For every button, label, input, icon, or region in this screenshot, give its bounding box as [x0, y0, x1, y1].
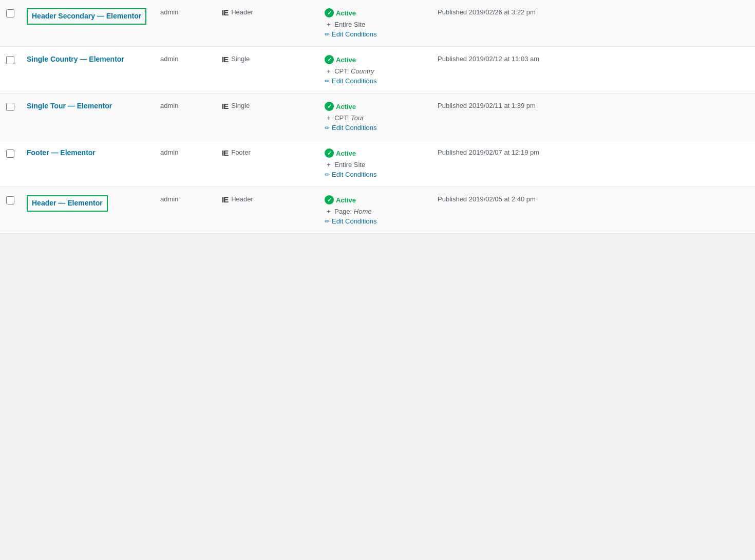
elementor-icon: IE [222, 195, 228, 204]
col-author: admin [160, 102, 222, 109]
col-type: IE Footer [222, 148, 325, 157]
table-row: Header Secondary — Elementor admin IE He… [0, 0, 755, 47]
row-checkbox[interactable] [6, 102, 27, 113]
pencil-icon: ✏ [325, 124, 330, 132]
col-title: Footer — Elementor [27, 148, 160, 157]
title-link[interactable]: Footer — Elementor [27, 148, 96, 157]
row-checkbox[interactable] [6, 148, 27, 159]
edit-conditions-label[interactable]: Edit Conditions [332, 77, 376, 85]
table-row: Single Tour — Elementor admin IE Single … [0, 94, 755, 140]
row-checkbox[interactable] [6, 8, 27, 19]
table-row: Header — Elementor admin IE Header Activ… [0, 187, 755, 234]
status-check-icon [325, 195, 334, 204]
condition-line: + Page: Home [325, 208, 438, 215]
col-date: Published 2019/02/05 at 2:40 pm [438, 195, 749, 203]
type-label: Single [231, 102, 250, 109]
date-text: Published 2019/02/05 at 2:40 pm [438, 195, 536, 203]
condition-line: + Entire Site [325, 161, 438, 169]
edit-conditions-label[interactable]: Edit Conditions [332, 171, 376, 178]
table-row: Footer — Elementor admin IE Footer Activ… [0, 140, 755, 187]
templates-table: Header Secondary — Elementor admin IE He… [0, 0, 755, 234]
status-check-icon [325, 8, 334, 17]
edit-conditions-label[interactable]: Edit Conditions [332, 30, 376, 38]
col-title: Single Tour — Elementor [27, 102, 160, 110]
status-active: Active [325, 8, 438, 17]
col-author: admin [160, 55, 222, 63]
condition-plus-icon: + [327, 208, 331, 215]
status-check-icon [325, 55, 334, 64]
type-label: Single [231, 55, 250, 63]
row-checkbox[interactable] [6, 195, 27, 206]
edit-conditions-button[interactable]: ✏ Edit Conditions [325, 77, 438, 85]
author-name: admin [160, 8, 178, 16]
status-active: Active [325, 55, 438, 64]
type-label: Header [231, 195, 253, 203]
condition-plus-icon: + [327, 161, 331, 169]
checkbox-input[interactable] [6, 196, 14, 204]
status-active: Active [325, 148, 438, 158]
condition-line: + CPT: Country [325, 67, 438, 75]
col-title: Header — Elementor [27, 195, 160, 212]
col-type: IE Single [222, 55, 325, 64]
elementor-icon: IE [222, 8, 228, 17]
type-label: Header [231, 8, 253, 16]
status-check-icon [325, 148, 334, 158]
col-author: admin [160, 8, 222, 16]
title-link[interactable]: Single Country — Elementor [27, 55, 124, 63]
col-title: Header Secondary — Elementor [27, 8, 160, 25]
status-check-icon [325, 102, 334, 111]
date-text: Published 2019/02/12 at 11:03 am [438, 55, 539, 63]
type-label: Footer [231, 148, 251, 156]
table-row: Single Country — Elementor admin IE Sing… [0, 47, 755, 94]
col-status: Active + CPT: Tour ✏ Edit Conditions [325, 102, 438, 132]
edit-conditions-button[interactable]: ✏ Edit Conditions [325, 217, 438, 225]
date-text: Published 2019/02/07 at 12:19 pm [438, 148, 539, 156]
edit-conditions-button[interactable]: ✏ Edit Conditions [325, 124, 438, 132]
col-author: admin [160, 148, 222, 156]
author-name: admin [160, 55, 178, 63]
col-date: Published 2019/02/12 at 11:03 am [438, 55, 749, 63]
author-name: admin [160, 195, 178, 203]
edit-conditions-label[interactable]: Edit Conditions [332, 124, 376, 132]
pencil-icon: ✏ [325, 78, 330, 85]
status-active: Active [325, 195, 438, 204]
author-name: admin [160, 102, 178, 109]
condition-plus-icon: + [327, 67, 331, 75]
col-status: Active + CPT: Country ✏ Edit Conditions [325, 55, 438, 85]
author-name: admin [160, 148, 178, 156]
checkbox-input[interactable] [6, 56, 14, 64]
col-type: IE Single [222, 102, 325, 110]
col-type: IE Header [222, 195, 325, 204]
status-label: Active [336, 56, 356, 64]
pencil-icon: ✏ [325, 31, 330, 38]
col-date: Published 2019/02/07 at 12:19 pm [438, 148, 749, 156]
status-label: Active [336, 103, 356, 110]
title-link[interactable]: Single Tour — Elementor [27, 102, 112, 110]
date-text: Published 2019/02/26 at 3:22 pm [438, 8, 536, 16]
elementor-icon: IE [222, 102, 228, 110]
checkbox-input[interactable] [6, 150, 14, 158]
col-author: admin [160, 195, 222, 203]
col-date: Published 2019/02/11 at 1:39 pm [438, 102, 749, 109]
col-status: Active + Entire Site ✏ Edit Conditions [325, 148, 438, 178]
status-active: Active [325, 102, 438, 111]
col-type: IE Header [222, 8, 325, 17]
condition-plus-icon: + [327, 114, 331, 122]
title-link[interactable]: Header — Elementor [27, 195, 108, 212]
row-checkbox[interactable] [6, 55, 27, 66]
edit-conditions-button[interactable]: ✏ Edit Conditions [325, 30, 438, 38]
status-label: Active [336, 150, 356, 157]
edit-conditions-button[interactable]: ✏ Edit Conditions [325, 171, 438, 178]
checkbox-input[interactable] [6, 103, 14, 111]
col-title: Single Country — Elementor [27, 55, 160, 63]
checkbox-input[interactable] [6, 9, 14, 17]
date-text: Published 2019/02/11 at 1:39 pm [438, 102, 536, 109]
elementor-icon: IE [222, 148, 228, 157]
elementor-icon: IE [222, 55, 228, 64]
title-link[interactable]: Header Secondary — Elementor [27, 8, 146, 25]
status-label: Active [336, 196, 356, 204]
edit-conditions-label[interactable]: Edit Conditions [332, 217, 376, 225]
col-date: Published 2019/02/26 at 3:22 pm [438, 8, 749, 16]
condition-plus-icon: + [327, 21, 331, 28]
status-label: Active [336, 9, 356, 17]
